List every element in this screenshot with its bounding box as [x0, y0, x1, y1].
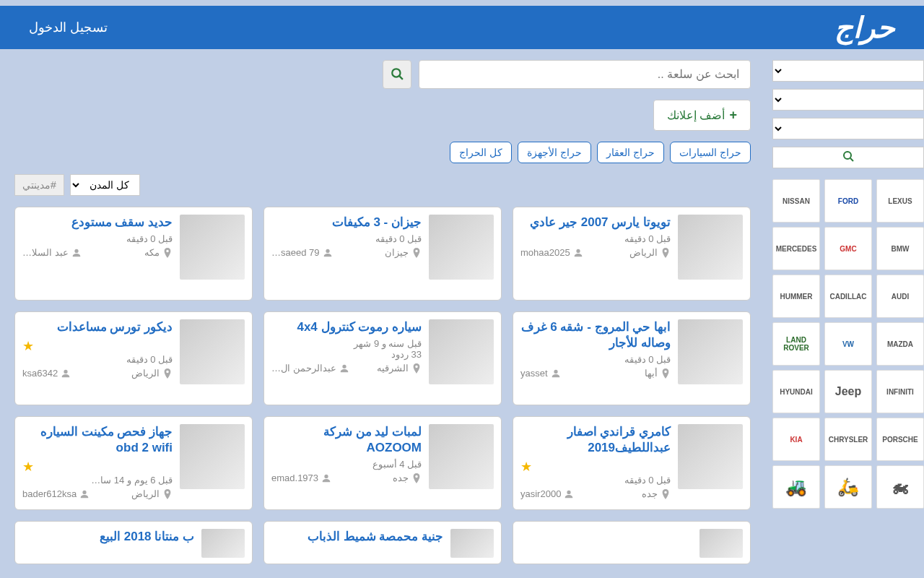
city-select[interactable]: كل المدن: [70, 174, 140, 196]
brand-jeep[interactable]: Jeep: [824, 370, 872, 413]
listing-user: bader612ksa: [22, 488, 90, 499]
listing-time: قبل 0 دقيقه: [520, 475, 671, 486]
tab-cars[interactable]: حراج السيارات: [670, 142, 751, 163]
listing-location: الرياض: [629, 247, 671, 258]
listings-grid: تويوتا يارس 2007 جير عادي قبل 0 دقيقه ال…: [14, 207, 751, 564]
listing-time: قبل 0 دقيقه: [22, 354, 173, 365]
listing-user: mohaa2025: [520, 247, 583, 258]
listing-card[interactable]: تويوتا يارس 2007 جير عادي قبل 0 دقيقه ال…: [513, 207, 751, 301]
listing-location: الرياض: [131, 488, 173, 499]
brand-infiniti[interactable]: INFINITI: [876, 370, 924, 413]
listing-card[interactable]: حديد سقف مستودع قبل 0 دقيقه مكه عبد السل…: [14, 207, 253, 301]
site-logo[interactable]: حراج: [834, 11, 895, 44]
brand-lexus[interactable]: LEXUS: [876, 179, 924, 223]
listing-user: yasir2000: [520, 488, 574, 499]
tab-realestate[interactable]: حراج العقار: [597, 142, 664, 163]
search-input[interactable]: [419, 60, 751, 89]
brand-ford[interactable]: FORD: [824, 179, 872, 223]
brand-gmc[interactable]: GMC: [824, 227, 872, 270]
login-button[interactable]: تسجيل الدخول: [29, 20, 108, 35]
header: حراج تسجيل الدخول: [0, 6, 924, 49]
tab-all[interactable]: كل الحراج: [450, 142, 512, 163]
brand-hyundai[interactable]: HYUNDAI: [772, 370, 820, 413]
listing-image: [429, 424, 494, 489]
sidebar-select-1[interactable]: [772, 60, 924, 82]
brand-chrysler[interactable]: CHRYSLER: [824, 418, 872, 461]
listing-time: قبل 0 دقيقه: [520, 233, 671, 244]
brand-mercedes[interactable]: MERCEDES: [772, 227, 820, 270]
listing-title: تويوتا يارس 2007 جير عادي: [520, 215, 671, 230]
brand-bmw[interactable]: BMW: [876, 227, 924, 270]
listing-title: كامري قراندي اصفار عبداللطيف2019: [520, 424, 671, 456]
add-ad-button[interactable]: + أضف إعلانك: [653, 100, 751, 131]
listing-user: عبدالرحمن ال…: [271, 363, 349, 374]
brand-motorcycle[interactable]: 🏍: [876, 465, 924, 509]
star-icon: ★: [520, 460, 532, 474]
listing-card[interactable]: [513, 521, 751, 564]
sidebar-search-button[interactable]: [772, 147, 924, 168]
listing-image: [180, 215, 245, 280]
brand-porsche[interactable]: PORSCHE: [876, 418, 924, 461]
listing-location: الشرقيه: [377, 363, 422, 374]
brand-mazda[interactable]: MAZDA: [876, 322, 924, 366]
search-icon: [842, 150, 854, 165]
brand-audi[interactable]: AUDI: [876, 275, 924, 318]
listing-location: الرياض: [131, 368, 173, 379]
listing-card[interactable]: لمبات ليد من شركة AOZOOM قبل 4 أسبوع جده…: [263, 416, 502, 510]
add-ad-label: أضف إعلانك: [667, 108, 725, 122]
listing-image: [180, 319, 245, 384]
listing-image: [180, 424, 245, 489]
brand-tractor[interactable]: 🚜: [772, 465, 820, 509]
svg-point-0: [844, 152, 851, 159]
svg-line-3: [399, 76, 403, 79]
listing-card[interactable]: ب منتانا 2018 البيع: [14, 521, 253, 564]
brand-scooter[interactable]: 🛵: [824, 465, 872, 509]
brand-hummer[interactable]: HUMMER: [772, 275, 820, 318]
svg-line-1: [850, 158, 853, 161]
listing-image: [201, 529, 245, 558]
listing-location: جيزان: [385, 247, 422, 258]
brand-landrover[interactable]: LAND ROVER: [772, 322, 820, 366]
listing-card[interactable]: كامري قراندي اصفار عبداللطيف2019 ★ قبل 0…: [513, 416, 751, 510]
listing-image: [699, 529, 743, 558]
listing-image: [678, 215, 743, 280]
listing-user: عبد السلا…: [22, 247, 82, 258]
my-city-button[interactable]: #مدينتي: [14, 174, 64, 196]
listing-title: لمبات ليد من شركة AOZOOM: [271, 424, 422, 456]
brand-kia[interactable]: KIA: [772, 418, 820, 461]
listing-title: ديكور تورس مساعدات: [22, 319, 173, 335]
listing-location: أبها: [645, 368, 671, 379]
listing-time: قبل 6 يوم و 14 سا…: [22, 475, 173, 486]
listing-location: جده: [393, 473, 422, 483]
listing-card[interactable]: جيزان - 3 مكيفات قبل 0 دقيقه جيزان saeed…: [263, 207, 502, 301]
star-icon: ★: [22, 460, 34, 474]
listing-user: ksa6342: [22, 368, 71, 379]
brand-vw[interactable]: VW: [824, 322, 872, 366]
listing-card[interactable]: ابها حي المروج - شقه 6 غرف وصاله للأجار …: [513, 311, 751, 405]
search-button[interactable]: [383, 60, 411, 89]
plus-icon: +: [729, 108, 737, 123]
listing-image: [678, 424, 743, 489]
listing-time: قبل سنه و 9 شهر33 ردود: [271, 338, 422, 360]
listing-title: جنية محمصة شميط الذباب: [271, 529, 443, 545]
listing-image: [429, 319, 494, 384]
brand-nissan[interactable]: NISSAN: [772, 179, 820, 223]
star-icon: ★: [22, 339, 34, 353]
tab-devices[interactable]: حراج الأجهزة: [518, 142, 591, 163]
brand-grid: LEXUS FORD NISSAN BMW GMC MERCEDES AUDI …: [772, 179, 924, 509]
listing-title: حديد سقف مستودع: [22, 215, 173, 230]
sidebar-select-3[interactable]: [772, 118, 924, 139]
listing-card[interactable]: جهاز فحص مكينت السياره obd 2 wifi ★ قبل …: [14, 416, 253, 510]
listing-card[interactable]: سياره رموت كنترول 4x4 قبل سنه و 9 شهر33 …: [263, 311, 502, 405]
listing-card[interactable]: ديكور تورس مساعدات ★ قبل 0 دقيقه الرياض …: [14, 311, 253, 405]
brand-cadillac[interactable]: CADILLAC: [824, 275, 872, 318]
listing-time: قبل 4 أسبوع: [271, 459, 422, 470]
listing-title: سياره رموت كنترول 4x4: [271, 319, 422, 335]
listing-time: قبل 0 دقيقه: [520, 354, 671, 365]
sidebar-select-2[interactable]: [772, 89, 924, 111]
listing-location: مكه: [144, 247, 173, 258]
svg-point-2: [392, 69, 400, 77]
filter-tabs: حراج السيارات حراج العقار حراج الأجهزة ك…: [14, 142, 751, 163]
listing-card[interactable]: جنية محمصة شميط الذباب: [263, 521, 502, 564]
listing-title: ب منتانا 2018 البيع: [22, 529, 194, 545]
